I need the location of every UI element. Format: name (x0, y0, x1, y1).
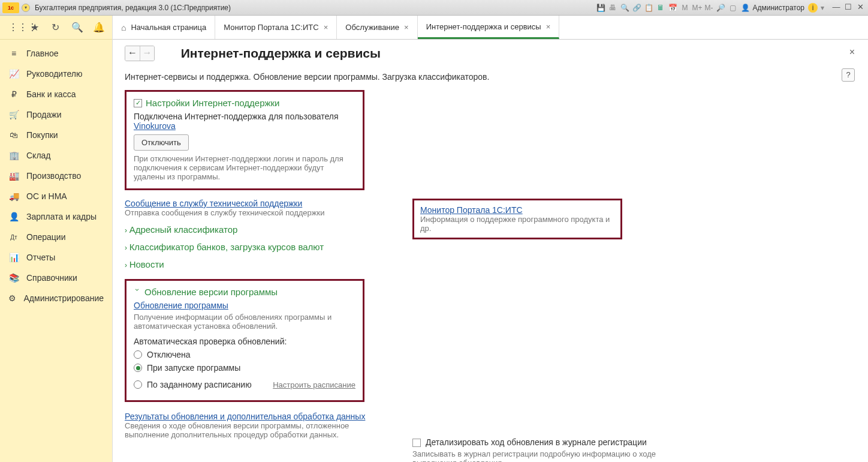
app-logo-icon: 1c (2, 2, 19, 13)
tab-internet-support[interactable]: Интернет-поддержка и сервисы× (418, 16, 560, 39)
clipboard-icon[interactable]: 📋 (644, 3, 653, 13)
sidebar-iconrow: ⋮⋮⋮ ★ ↻ 🔍 🔔 (0, 16, 112, 40)
update-program-link[interactable]: Обновление программы (134, 301, 228, 310)
chevron-right-icon[interactable]: › (125, 261, 127, 269)
chevron-right-icon[interactable]: › (125, 226, 127, 235)
nav-label: Банк и касса (26, 89, 76, 99)
nav-label: Зарплата и кадры (26, 212, 97, 221)
nav-operations[interactable]: ДтОперации (0, 227, 112, 247)
save-icon[interactable]: 💾 (596, 3, 605, 13)
nav-label: Покупки (26, 130, 58, 140)
radio-on-start-row[interactable]: При запуске программы (134, 363, 355, 373)
nav-reports[interactable]: 📊Отчеты (0, 247, 112, 268)
nav-purchases-icon: 🛍 (8, 130, 19, 140)
tab-monitor[interactable]: Монитор Портала 1С:ИТС× (215, 16, 337, 39)
nav-reports-icon: 📊 (8, 253, 19, 262)
chevron-down-icon[interactable]: › (133, 289, 141, 296)
nav-label: Справочники (26, 273, 77, 283)
update-results-link[interactable]: Результаты обновления и дополнительная о… (125, 412, 365, 421)
nav-label: Производство (26, 171, 81, 181)
calendar-icon[interactable]: 📅 (668, 3, 677, 13)
nav-main[interactable]: ≡Главное (0, 43, 112, 64)
zoom-icon[interactable]: 🔎 (716, 3, 725, 13)
m-minus-icon[interactable]: M- (704, 3, 713, 13)
notifications-icon[interactable]: 🔔 (93, 22, 104, 33)
disconnect-button[interactable]: Отключить (134, 134, 189, 151)
minimize-button[interactable]: — (831, 3, 842, 13)
nav-operations-icon: Дт (8, 234, 19, 241)
chevron-right-icon[interactable]: › (125, 244, 127, 252)
calc-icon[interactable]: 🖩 (656, 3, 665, 13)
section-title: Настройки Интернет-поддержки (146, 98, 279, 108)
detail-log-checkbox[interactable] (412, 439, 421, 447)
nav-bank[interactable]: ₽Банк и касса (0, 84, 112, 104)
close-page-button[interactable]: × (849, 47, 855, 58)
user-label: Администратор (752, 4, 804, 12)
apps-icon[interactable]: ⋮⋮⋮ (8, 22, 19, 33)
nav-purchases[interactable]: 🛍Покупки (0, 125, 112, 145)
nav-label: Склад (26, 151, 51, 160)
help-button[interactable]: ? (842, 68, 855, 82)
connected-text: Подключена Интернет-поддержка для пользо… (134, 112, 339, 121)
radio-on-start[interactable] (134, 364, 142, 372)
nav-assets[interactable]: 🚚ОС и НМА (0, 186, 112, 206)
close-icon[interactable]: × (546, 22, 551, 31)
main-column: ⌂Начальная страница Монитор Портала 1С:И… (113, 16, 868, 462)
nav-warehouse-icon: 🏢 (8, 151, 19, 160)
update-version-box: › Обновление версии программы Обновление… (125, 279, 364, 402)
maximize-button[interactable]: ☐ (843, 3, 854, 13)
news-section[interactable]: Новости (129, 259, 164, 269)
page-title: Интернет-поддержка и сервисы (181, 46, 381, 61)
m-icon[interactable]: M (680, 3, 689, 13)
nav-refs[interactable]: 📚Справочники (0, 268, 112, 288)
radio-disabled[interactable] (134, 350, 142, 359)
close-icon[interactable]: × (324, 23, 328, 32)
search-sidebar-icon[interactable]: 🔍 (71, 22, 82, 33)
close-icon[interactable]: × (404, 23, 409, 32)
nav-label: Главное (26, 49, 59, 58)
info-dropdown-icon[interactable]: ▾ (818, 3, 827, 13)
radio-schedule-row[interactable]: По заданному расписанию (134, 380, 252, 389)
nav-sales[interactable]: 🛒Продажи (0, 104, 112, 125)
link-icon[interactable]: 🔗 (632, 3, 641, 13)
nav-admin[interactable]: ⚙Администрирование (0, 288, 112, 308)
address-classifier-section[interactable]: Адресный классификатор (129, 224, 238, 235)
update-results-desc: Сведения о ходе обновления версии програ… (125, 421, 382, 439)
tab-maintenance[interactable]: Обслуживание× (337, 16, 417, 39)
nav-admin-icon: ⚙ (8, 293, 17, 303)
back-button[interactable]: ← (125, 46, 140, 61)
tab-label: Интернет-поддержка и сервисы (426, 22, 541, 31)
current-user[interactable]: 👤 Администратор (741, 4, 804, 12)
tab-home[interactable]: ⌂Начальная страница (113, 16, 215, 39)
titlebar-dropdown-icon[interactable]: ▾ (22, 4, 30, 12)
nav-assets-icon: 🚚 (8, 191, 19, 201)
nav-salary-icon: 👤 (8, 212, 19, 221)
tabs-bar: ⌂Начальная страница Монитор Портала 1С:И… (113, 16, 868, 40)
update-desc: Получение информации об обновлениях прог… (134, 313, 355, 331)
forward-button[interactable]: → (140, 46, 154, 61)
user-link[interactable]: Vinokurova (134, 121, 176, 131)
search-icon[interactable]: 🔍 (620, 3, 629, 13)
nav-production[interactable]: 🏭Производство (0, 166, 112, 186)
support-message-link[interactable]: Сообщение в службу технической поддержки (125, 199, 302, 208)
m-plus-icon[interactable]: M+ (692, 3, 701, 13)
radio-schedule[interactable] (134, 380, 142, 389)
print-icon[interactable]: 🖶 (608, 3, 617, 13)
info-icon[interactable]: i (808, 3, 818, 13)
nav-bank-icon: ₽ (8, 89, 19, 99)
nav-salary[interactable]: 👤Зарплата и кадры (0, 206, 112, 227)
close-window-button[interactable]: ✕ (855, 3, 866, 13)
sidebar: ⋮⋮⋮ ★ ↻ 🔍 🔔 ≡Главное 📈Руководителю ₽Банк… (0, 16, 113, 462)
its-monitor-link[interactable]: Монитор Портала 1С:ИТС (420, 205, 523, 215)
nav-list: ≡Главное 📈Руководителю ₽Банк и касса 🛒Пр… (0, 40, 112, 312)
radio-disabled-row[interactable]: Отключена (134, 350, 355, 359)
settings-checkbox[interactable]: ✓ (134, 99, 142, 107)
panel-icon[interactable]: ▢ (728, 3, 737, 13)
favorite-icon[interactable]: ★ (30, 22, 40, 33)
bank-classifier-section[interactable]: Классификатор банков, загрузка курсов ва… (129, 242, 324, 252)
nav-sales-icon: 🛒 (8, 110, 19, 119)
nav-warehouse[interactable]: 🏢Склад (0, 145, 112, 166)
nav-manager[interactable]: 📈Руководителю (0, 64, 112, 84)
schedule-link[interactable]: Настроить расписание (273, 380, 355, 389)
history-icon[interactable]: ↻ (51, 22, 61, 33)
